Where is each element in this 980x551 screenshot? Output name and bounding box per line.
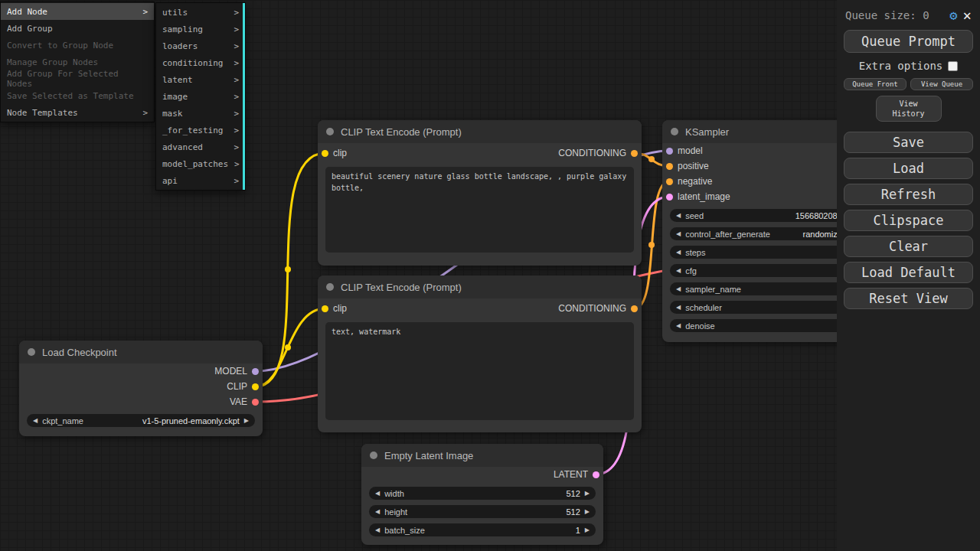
input-slot-positive[interactable]: positive xyxy=(662,158,865,174)
submenu-item-advanced[interactable]: advanced > xyxy=(156,139,245,155)
reset-view-button[interactable]: Reset View xyxy=(844,288,973,309)
slot-dot-model[interactable] xyxy=(252,368,259,375)
output-slot-latent[interactable]: LATENT xyxy=(361,467,603,482)
node-empty-latent-image[interactable]: Empty Latent Image LATENT ◀ width 512 ▶ … xyxy=(361,444,603,545)
node-header[interactable]: CLIP Text Encode (Prompt) xyxy=(318,276,642,298)
slot-dot-clip[interactable] xyxy=(322,305,328,312)
view-history-button[interactable]: View History xyxy=(876,96,942,122)
increment-arrow-icon[interactable]: ▶ xyxy=(585,527,590,533)
slot-dot-latent-image[interactable] xyxy=(666,194,673,201)
increment-arrow-icon[interactable]: ▶ xyxy=(585,509,590,515)
decrement-arrow-icon[interactable]: ◀ xyxy=(375,509,380,515)
extra-options-checkbox[interactable] xyxy=(948,61,958,71)
widget-control-after-generate[interactable]: ◀ control_after_generate randomize ▶ xyxy=(670,227,858,240)
widget-height[interactable]: ◀ height 512 ▶ xyxy=(369,505,596,518)
queue-prompt-button[interactable]: Queue Prompt xyxy=(844,30,973,53)
slot-dot-conditioning[interactable] xyxy=(631,305,638,312)
submenu-item-for-testing[interactable]: _for_testing > xyxy=(156,122,245,139)
widget-seed[interactable]: ◀ seed 1566802087 ▶ xyxy=(670,209,858,222)
widget-name: control_after_generate xyxy=(685,230,770,239)
submenu-item-conditioning[interactable]: conditioning > xyxy=(156,54,245,71)
widget-steps[interactable]: ◀ steps ▶ xyxy=(670,246,858,259)
decrement-arrow-icon[interactable]: ◀ xyxy=(676,305,681,311)
load-button[interactable]: Load xyxy=(844,158,973,179)
slot-dot-vae[interactable] xyxy=(252,399,259,406)
widget-batch-size[interactable]: ◀ batch_size 1 ▶ xyxy=(369,523,596,536)
slot-dot-positive[interactable] xyxy=(666,163,673,170)
output-slot-model[interactable]: MODEL xyxy=(19,364,263,379)
output-slot-clip[interactable]: CLIP xyxy=(19,379,263,394)
close-icon[interactable]: × xyxy=(963,8,972,23)
queue-front-button[interactable]: Queue Front xyxy=(844,78,906,90)
submenu-item-mask[interactable]: mask > xyxy=(156,105,245,122)
slot-dot-latent[interactable] xyxy=(593,471,599,478)
widget-denoise[interactable]: ◀ denoise ▶ xyxy=(670,319,858,332)
collapse-dot-icon[interactable] xyxy=(326,128,334,135)
save-button[interactable]: Save xyxy=(844,132,973,153)
view-queue-button[interactable]: View Queue xyxy=(910,78,973,90)
increment-arrow-icon[interactable]: ▶ xyxy=(244,418,249,424)
collapse-dot-icon[interactable] xyxy=(671,128,678,135)
widget-sampler-name[interactable]: ◀ sampler_name ▶ xyxy=(670,282,858,295)
prompt-textarea[interactable]: text, watermark xyxy=(325,322,634,420)
decrement-arrow-icon[interactable]: ◀ xyxy=(676,213,681,219)
decrement-arrow-icon[interactable]: ◀ xyxy=(676,268,681,274)
node-header[interactable]: CLIP Text Encode (Prompt) xyxy=(318,120,642,143)
node-clip-text-encode-1[interactable]: CLIP Text Encode (Prompt) clip CONDITION… xyxy=(318,120,642,266)
increment-arrow-icon[interactable]: ▶ xyxy=(585,491,590,497)
settings-gear-icon[interactable]: ⚙ xyxy=(949,8,957,23)
node-clip-text-encode-2[interactable]: CLIP Text Encode (Prompt) clip CONDITION… xyxy=(318,276,642,432)
widget-cfg[interactable]: ◀ cfg ▶ xyxy=(670,264,858,277)
input-slot-clip[interactable]: clip xyxy=(322,148,347,158)
load-default-button[interactable]: Load Default xyxy=(844,262,973,283)
decrement-arrow-icon[interactable]: ◀ xyxy=(676,249,681,256)
input-slot-model[interactable]: model xyxy=(662,143,865,158)
decrement-arrow-icon[interactable]: ◀ xyxy=(33,418,38,424)
prompt-textarea[interactable]: beautiful scenery nature glass bottle la… xyxy=(325,167,634,253)
node-header[interactable]: Empty Latent Image xyxy=(361,444,603,467)
menu-item-node-templates[interactable]: Node Templates > xyxy=(1,104,154,121)
decrement-arrow-icon[interactable]: ◀ xyxy=(676,231,681,237)
input-slot-clip[interactable]: clip xyxy=(322,303,347,314)
submenu-scrollbar[interactable] xyxy=(243,3,245,190)
submenu-item-latent[interactable]: latent > xyxy=(156,71,245,88)
submenu-item-api[interactable]: api > xyxy=(156,172,245,189)
decrement-arrow-icon[interactable]: ◀ xyxy=(375,527,380,533)
widget-width[interactable]: ◀ width 512 ▶ xyxy=(369,487,596,500)
output-slot-conditioning[interactable]: CONDITIONING xyxy=(558,148,638,158)
menu-item-add-node[interactable]: Add Node > xyxy=(1,3,154,20)
submenu-item-sampling[interactable]: sampling > xyxy=(156,21,245,37)
node-load-checkpoint[interactable]: Load Checkpoint MODEL CLIP VAE ◀ ckpt_na… xyxy=(19,341,263,436)
node-title: CLIP Text Encode (Prompt) xyxy=(341,126,462,138)
menu-item-label: Add Group xyxy=(7,24,53,34)
decrement-arrow-icon[interactable]: ◀ xyxy=(676,286,681,292)
refresh-button[interactable]: Refresh xyxy=(844,184,973,205)
slot-dot-clip[interactable] xyxy=(322,150,328,157)
input-slot-latent-image[interactable]: latent_image xyxy=(662,189,865,204)
submenu-item-loaders[interactable]: loaders > xyxy=(156,37,245,54)
node-ksampler[interactable]: KSampler model positive negative latent_… xyxy=(662,120,865,342)
slot-dot-conditioning[interactable] xyxy=(631,150,638,157)
submenu-item-image[interactable]: image > xyxy=(156,88,245,105)
decrement-arrow-icon[interactable]: ◀ xyxy=(375,491,380,497)
widget-scheduler[interactable]: ◀ scheduler ▶ xyxy=(670,301,858,314)
clipspace-button[interactable]: Clipspace xyxy=(844,210,973,231)
output-slot-conditioning[interactable]: CONDITIONING xyxy=(558,303,638,314)
slot-dot-clip[interactable] xyxy=(252,383,259,390)
widget-ckpt-name[interactable]: ◀ ckpt_name v1-5-pruned-emaonly.ckpt ▶ xyxy=(27,414,255,427)
output-slot-vae[interactable]: VAE xyxy=(19,394,263,409)
widget-name: height xyxy=(384,507,407,517)
decrement-arrow-icon[interactable]: ◀ xyxy=(676,323,681,329)
slot-dot-model[interactable] xyxy=(666,148,673,155)
collapse-dot-icon[interactable] xyxy=(28,348,35,356)
collapse-dot-icon[interactable] xyxy=(370,452,377,459)
node-header[interactable]: KSampler xyxy=(662,120,865,143)
node-header[interactable]: Load Checkpoint xyxy=(19,341,263,364)
collapse-dot-icon[interactable] xyxy=(326,283,334,291)
slot-dot-negative[interactable] xyxy=(666,178,673,185)
submenu-item-model-patches[interactable]: model_patches > xyxy=(156,155,245,172)
menu-item-add-group[interactable]: Add Group xyxy=(1,20,154,37)
clear-button[interactable]: Clear xyxy=(844,236,973,257)
input-slot-negative[interactable]: negative xyxy=(662,174,865,189)
submenu-item-utils[interactable]: utils > xyxy=(156,4,245,21)
